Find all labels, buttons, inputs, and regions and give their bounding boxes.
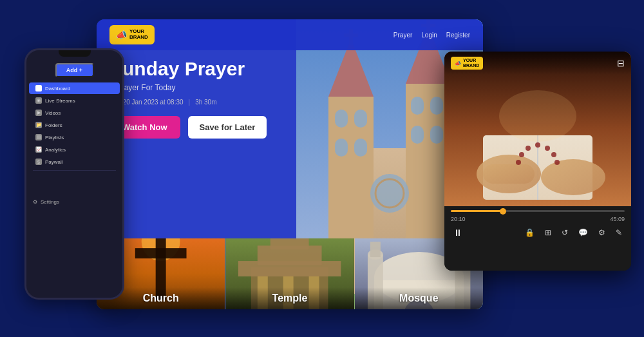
- svg-rect-12: [354, 110, 367, 128]
- controls-row: ⏸ 🔒 ⊞ ↺ 💬 ⚙ ✎: [451, 226, 625, 239]
- progress-fill: [451, 210, 503, 212]
- video-controls: 20:10 45:09 ⏸ 🔒 ⊞ ↺ 💬 ⚙ ✎: [444, 206, 631, 271]
- video-player: 📣 YOUR BRAND ⊟: [444, 52, 631, 271]
- progress-bar[interactable]: [451, 210, 625, 212]
- time-current: 20:10: [451, 216, 466, 222]
- church-label: Church: [143, 293, 179, 303]
- folders-icon: 📁: [35, 122, 42, 128]
- svg-point-59: [519, 152, 524, 157]
- svg-rect-33: [270, 238, 309, 249]
- svg-rect-14: [354, 139, 367, 157]
- lock-button[interactable]: 🔒: [522, 227, 537, 238]
- nav-links: Prayer Login Register: [393, 32, 470, 39]
- sidebar-item-dashboard[interactable]: ▦ Dashboard: [29, 82, 120, 94]
- screen-button[interactable]: ⊞: [542, 227, 554, 238]
- time-row: 20:10 45:09: [451, 216, 625, 222]
- temple-overlay: Temple: [225, 287, 354, 309]
- svg-point-57: [551, 152, 556, 157]
- vp-brand-text: YOUR BRAND: [463, 58, 479, 68]
- videos-icon: ▶: [35, 110, 42, 116]
- loop-button[interactable]: ↺: [559, 227, 571, 238]
- pause-button[interactable]: ⏸: [451, 226, 465, 239]
- svg-point-55: [535, 142, 540, 148]
- temple-label: Temple: [272, 293, 308, 303]
- svg-rect-28: [135, 248, 187, 258]
- svg-rect-13: [335, 139, 348, 157]
- hero-meta: Sun 20 Jan 2023 at 08:30 | 3h 30m: [109, 99, 303, 106]
- phone-mockup: Add + ▦ Dashboard ◉ Live Streams ▶ Video…: [24, 48, 124, 300]
- megaphone-icon: 📣: [116, 30, 127, 40]
- svg-rect-11: [335, 110, 348, 128]
- progress-dot: [500, 208, 506, 215]
- category-temple[interactable]: Temple: [225, 238, 354, 309]
- svg-point-54: [526, 146, 531, 151]
- brand-logo: 📣 YOUR BRAND: [109, 25, 155, 44]
- add-button[interactable]: Add +: [55, 63, 94, 77]
- control-group: 🔒 ⊞ ↺ 💬 ⚙ ✎: [522, 227, 625, 238]
- main-navigation: 📣 YOUR BRAND Prayer Login Register: [97, 19, 483, 50]
- phone-notch: [59, 50, 91, 57]
- mosque-label: Mosque: [399, 293, 438, 303]
- chat-button[interactable]: 💬: [576, 227, 591, 238]
- hero-subtitle: A Prayer For Today: [109, 83, 303, 92]
- category-row: Church: [97, 238, 483, 309]
- meta-separator: |: [189, 99, 191, 106]
- brand-name: YOUR BRAND: [129, 29, 148, 41]
- paywall-icon: $: [35, 159, 42, 165]
- video-scene: [444, 52, 631, 206]
- playlists-icon: ▤: [35, 134, 42, 140]
- live-streams-icon: ◉: [35, 97, 42, 104]
- svg-rect-43: [370, 242, 381, 257]
- edit-button[interactable]: ✎: [613, 227, 625, 238]
- vp-top-bar: 📣 YOUR BRAND ⊟: [444, 52, 631, 75]
- video-thumbnail: ▶: [444, 52, 631, 206]
- settings-icon: ⚙: [33, 199, 37, 205]
- sidebar-item-playlists[interactable]: ▤ Playlists: [29, 131, 120, 143]
- hero-section: Sunday Prayer A Prayer For Today Sun 20 …: [109, 58, 303, 139]
- svg-point-53: [541, 159, 605, 195]
- nav-prayer[interactable]: Prayer: [393, 32, 412, 39]
- analytics-icon: 📈: [35, 146, 42, 153]
- svg-rect-52: [483, 164, 535, 184]
- vp-megaphone-icon: 📣: [455, 61, 461, 66]
- sidebar-item-live-streams[interactable]: ◉ Live Streams: [29, 95, 120, 106]
- hero-buttons: Watch Now Save for Later: [109, 116, 303, 139]
- sidebar-item-paywall[interactable]: $ Paywall: [29, 156, 120, 168]
- settings-item[interactable]: ⚙ Settings: [26, 197, 122, 207]
- vp-brand-logo: 📣 YOUR BRAND: [451, 57, 483, 69]
- sidebar-item-folders[interactable]: 📁 Folders: [29, 119, 120, 131]
- cast-icon[interactable]: ⊟: [617, 58, 625, 68]
- mosque-overlay: Mosque: [355, 287, 483, 309]
- svg-rect-15: [411, 97, 424, 115]
- time-total: 45:09: [610, 216, 625, 222]
- main-screen: 📣 YOUR BRAND Prayer Login Register Sunda…: [97, 19, 483, 309]
- dashboard-icon: ▦: [35, 85, 42, 91]
- svg-point-61: [499, 90, 576, 142]
- event-duration: 3h 30m: [195, 99, 216, 106]
- hero-title: Sunday Prayer: [109, 58, 303, 79]
- svg-rect-18: [430, 126, 443, 144]
- sidebar-item-analytics[interactable]: 📈 Analytics: [29, 144, 120, 155]
- settings-button[interactable]: ⚙: [596, 227, 608, 238]
- nav-register[interactable]: Register: [446, 32, 470, 39]
- svg-point-60: [516, 160, 521, 165]
- nav-login[interactable]: Login: [421, 32, 437, 39]
- sidebar-item-videos[interactable]: ▶ Videos: [29, 107, 120, 119]
- svg-point-56: [545, 146, 550, 151]
- svg-rect-16: [430, 97, 443, 115]
- phone-divider: [33, 170, 116, 171]
- svg-rect-17: [411, 126, 424, 144]
- svg-point-58: [554, 160, 560, 165]
- save-for-later-button[interactable]: Save for Later: [188, 116, 267, 139]
- phone-menu: Add + ▦ Dashboard ◉ Live Streams ▶ Video…: [26, 57, 122, 211]
